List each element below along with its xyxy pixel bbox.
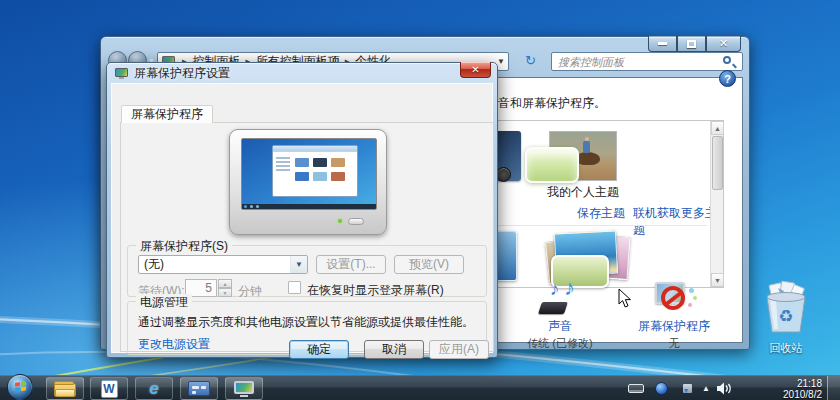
cancel-button[interactable]: 取消 — [364, 340, 424, 359]
spin-up-icon[interactable]: ▲ — [218, 279, 232, 288]
header-text: 音和屏幕保护程序。 — [498, 95, 606, 112]
windows-logo-icon — [15, 381, 27, 393]
show-desktop-button[interactable] — [827, 376, 840, 400]
save-theme-link[interactable]: 保存主题 — [577, 205, 625, 222]
power-button — [348, 218, 364, 225]
dialog-title: 屏幕保护程序设置 — [134, 65, 230, 82]
show-hidden-icons[interactable]: ▲ — [702, 376, 710, 400]
chevron-up-icon: ▲ — [702, 384, 710, 393]
update-icon — [683, 384, 692, 393]
my-theme-section-label: 我的个人主题 — [547, 184, 619, 201]
unsaved-theme-thumbnail[interactable] — [525, 147, 579, 183]
display-icon — [115, 68, 128, 79]
recycle-bin[interactable]: ♻ 回收站 — [750, 280, 822, 356]
search-input[interactable] — [551, 52, 743, 71]
dialog-body: 屏幕保护程序 — [111, 83, 493, 353]
recycle-bin-icon: ♻ — [756, 280, 816, 336]
tray-update[interactable] — [683, 376, 692, 400]
volume-icon — [717, 382, 734, 395]
minutes-label: 分钟 — [238, 283, 262, 300]
preview-button[interactable]: 预览(V) — [394, 255, 464, 274]
explorer-icon — [54, 381, 76, 397]
power-led — [338, 219, 342, 223]
internet-explorer-icon: e — [149, 380, 158, 397]
mouse-cursor — [618, 288, 632, 309]
taskbar-control-panel-button[interactable] — [180, 377, 218, 400]
screensaver-combobox[interactable]: (无) ▼ — [138, 255, 308, 274]
sound-scheme-value: 传统 (已修改) — [502, 336, 618, 351]
wait-spinner[interactable]: 5 ▲ ▼ — [185, 279, 232, 297]
address-dropdown-icon[interactable]: ▼ — [497, 57, 505, 66]
close-icon: ✕ — [719, 37, 728, 50]
clock-date: 2010/8/2 — [783, 389, 822, 400]
taskbar-explorer-button[interactable] — [46, 377, 84, 400]
screensaver-settings-dialog: 屏幕保护程序设置 ✕ 屏幕保护程序 — [106, 62, 498, 358]
mini-window — [272, 145, 358, 197]
resume-checkbox-label: 在恢复时显示登录屏幕(R) — [307, 282, 444, 299]
chevron-down-icon[interactable]: ▼ — [290, 256, 307, 273]
tray-volume[interactable] — [717, 376, 734, 400]
minimize-icon — [658, 42, 667, 45]
search-icon — [723, 56, 731, 64]
taskbar: W e ▲ 21:18 2010/8/2 — [0, 375, 840, 400]
recycle-bin-label: 回收站 — [750, 341, 822, 356]
tray-messenger[interactable] — [655, 376, 668, 400]
screensaver-shortcut[interactable]: 屏幕保护程序 无 — [616, 282, 732, 351]
display-settings-icon — [234, 381, 254, 397]
help-icon[interactable]: ? — [719, 70, 736, 87]
resume-checkbox[interactable] — [288, 281, 301, 294]
dialog-titlebar: 屏幕保护程序设置 — [107, 63, 497, 83]
monitor-preview — [229, 129, 387, 235]
screensaver-icon — [651, 282, 697, 316]
taskbar-clock[interactable]: 21:18 2010/8/2 — [783, 376, 822, 400]
maximize-button[interactable] — [677, 36, 706, 52]
svg-text:♻: ♻ — [778, 307, 793, 326]
clock-time: 21:18 — [797, 378, 822, 389]
maximize-icon — [687, 40, 696, 48]
power-group-label: 电源管理 — [136, 294, 192, 311]
taskbar-personalization-button[interactable] — [225, 377, 263, 400]
taskbar-ie-button[interactable]: e — [135, 377, 173, 400]
change-power-settings-link[interactable]: 更改电源设置 — [138, 336, 210, 353]
monitor-screen-preview — [241, 138, 377, 210]
scroll-up-icon[interactable]: ▲ — [711, 121, 724, 135]
theme-badge-icon — [496, 167, 511, 182]
word-icon: W — [101, 380, 118, 398]
screensaver-group-label: 屏幕保护程序(S) — [136, 238, 232, 255]
messenger-icon — [655, 382, 668, 395]
close-button[interactable]: ✕ — [706, 36, 741, 52]
sound-icon: ♪♪ — [538, 282, 582, 316]
apply-button[interactable]: 应用(A) — [429, 340, 489, 359]
minimize-button[interactable] — [648, 36, 677, 52]
start-button[interactable] — [7, 374, 33, 400]
screensaver-value: 无 — [616, 336, 732, 351]
settings-button[interactable]: 设置(T)... — [316, 255, 386, 274]
close-icon: ✕ — [471, 64, 479, 75]
control-panel-icon — [188, 381, 210, 396]
scrollbar-thumb[interactable] — [712, 136, 723, 190]
themes-panel: 我的个人主题 保存主题 联机获取更多主题 ▲ ▼ — [462, 120, 724, 288]
sound-shortcut[interactable]: ♪♪ 声音 传统 (已修改) — [502, 282, 618, 351]
desktop: ♻ 回收站 ✕ ← → ▼ ▶ 控制面板 ▶ 所有控制面板项 ▶ 个性化 ▼ ↻… — [0, 0, 840, 400]
screensaver-group: 屏幕保护程序(S) (无) ▼ 设置(T)... 预览(V) 等待(W): 5 … — [127, 245, 487, 297]
power-description: 通过调整显示亮度和其他电源设置以节省能源或提供最佳性能。 — [138, 314, 474, 331]
screensaver-label[interactable]: 屏幕保护程序 — [616, 318, 732, 335]
tray-input-indicator[interactable] — [628, 376, 644, 400]
screensaver-combobox-value: (无) — [144, 256, 164, 273]
tab-screensaver[interactable]: 屏幕保护程序 — [121, 105, 213, 123]
refresh-icon[interactable]: ↻ — [525, 53, 536, 69]
spin-down-icon[interactable]: ▼ — [218, 288, 232, 297]
sound-label[interactable]: 声音 — [502, 318, 618, 335]
taskbar-word-button[interactable]: W — [90, 377, 128, 400]
caption-buttons: ✕ — [648, 36, 741, 52]
divider — [467, 225, 707, 226]
ok-button[interactable]: 确定 — [289, 340, 349, 359]
keyboard-icon — [628, 384, 644, 393]
dialog-close-button[interactable]: ✕ — [460, 62, 491, 78]
scrollbar[interactable]: ▲ ▼ — [710, 121, 723, 287]
